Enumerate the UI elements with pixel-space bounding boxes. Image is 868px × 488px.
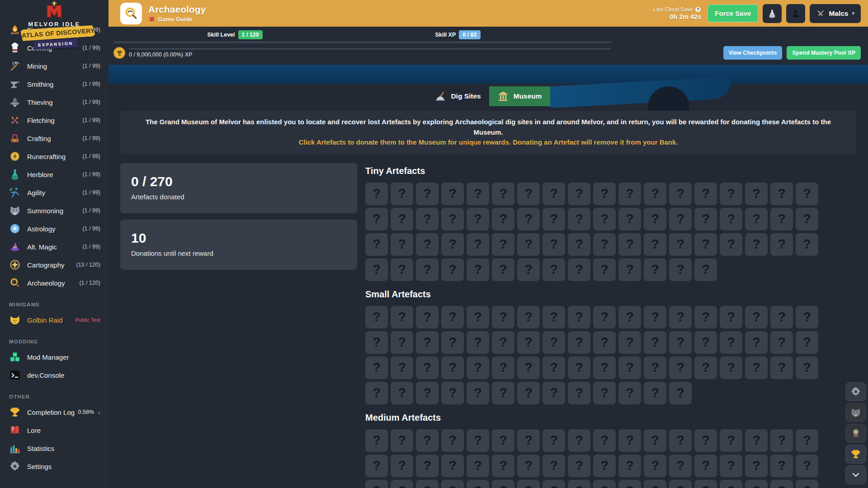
artefact-slot-unknown[interactable]: ? — [770, 429, 793, 452]
artefact-slot-unknown[interactable]: ? — [593, 233, 616, 256]
artefact-slot-unknown[interactable]: ? — [467, 183, 489, 205]
artefact-slot-unknown[interactable]: ? — [644, 233, 666, 256]
artefact-slot-unknown[interactable]: ? — [492, 208, 514, 230]
artefact-slot-unknown[interactable]: ? — [669, 208, 692, 230]
artefact-slot-unknown[interactable]: ? — [542, 208, 565, 230]
artefact-slot-unknown[interactable]: ? — [416, 331, 439, 354]
artefact-slot-unknown[interactable]: ? — [416, 183, 439, 205]
artefact-slot-unknown[interactable]: ? — [618, 331, 641, 354]
artefact-slot-unknown[interactable]: ? — [365, 357, 388, 379]
artefact-slot-unknown[interactable]: ? — [568, 258, 590, 281]
artefact-slot-unknown[interactable]: ? — [542, 429, 565, 452]
view-checkpoints-button[interactable]: View Checkpoints — [723, 46, 783, 60]
artefact-slot-unknown[interactable]: ? — [391, 357, 413, 379]
artefact-slot-unknown[interactable]: ? — [720, 429, 742, 452]
game-guide-link[interactable]: Game Guide — [148, 16, 206, 23]
artefact-slot-unknown[interactable]: ? — [441, 357, 464, 379]
artefact-slot-unknown[interactable]: ? — [694, 480, 717, 488]
artefact-slot-unknown[interactable]: ? — [391, 183, 413, 205]
artefact-slot-unknown[interactable]: ? — [542, 331, 565, 354]
artefact-slot-unknown[interactable]: ? — [593, 306, 616, 328]
force-save-button[interactable]: Force Save — [708, 5, 758, 22]
artefact-slot-unknown[interactable]: ? — [745, 480, 768, 488]
artefact-slot-unknown[interactable]: ? — [467, 208, 489, 230]
artefact-slot-unknown[interactable]: ? — [593, 455, 616, 477]
profile-button[interactable] — [786, 4, 805, 23]
artefact-slot-unknown[interactable]: ? — [391, 480, 413, 488]
artefact-slot-unknown[interactable]: ? — [644, 357, 666, 379]
artefact-slot-unknown[interactable]: ? — [770, 233, 793, 256]
artefact-slot-unknown[interactable]: ? — [593, 480, 616, 488]
artefact-slot-unknown[interactable]: ? — [618, 480, 641, 488]
artefact-slot-unknown[interactable]: ? — [720, 455, 742, 477]
artefact-slot-unknown[interactable]: ? — [365, 455, 388, 477]
artefact-slot-unknown[interactable]: ? — [492, 480, 514, 488]
artefact-slot-unknown[interactable]: ? — [694, 331, 717, 354]
artefact-slot-unknown[interactable]: ? — [770, 208, 793, 230]
artefact-slot-unknown[interactable]: ? — [568, 183, 590, 205]
sidebar-item-settings[interactable]: Settings — [0, 457, 108, 475]
help-icon[interactable] — [695, 6, 701, 13]
artefact-slot-unknown[interactable]: ? — [568, 429, 590, 452]
sidebar-item-fletching[interactable]: Fletching(1 / 99) — [0, 111, 108, 129]
artefact-slot-unknown[interactable]: ? — [441, 208, 464, 230]
artefact-slot-unknown[interactable]: ? — [618, 382, 641, 404]
account-menu-button[interactable]: Malcs ▾ — [810, 4, 861, 23]
artefact-slot-unknown[interactable]: ? — [517, 208, 540, 230]
artefact-slot-unknown[interactable]: ? — [720, 331, 742, 354]
artefact-slot-unknown[interactable]: ? — [669, 455, 692, 477]
mastery-button[interactable] — [845, 424, 866, 443]
artefact-slot-unknown[interactable]: ? — [644, 208, 666, 230]
artefact-slot-unknown[interactable]: ? — [720, 208, 742, 230]
artefact-slot-unknown[interactable]: ? — [542, 183, 565, 205]
sidebar-item-statistics[interactable]: Statistics — [0, 439, 108, 457]
sidebar-item-archaeology[interactable]: Archaeology(1 / 120) — [0, 274, 108, 292]
artefact-slot-unknown[interactable]: ? — [644, 258, 666, 281]
artefact-slot-unknown[interactable]: ? — [568, 382, 590, 404]
artefact-slot-unknown[interactable]: ? — [365, 382, 388, 404]
artefact-slot-unknown[interactable]: ? — [467, 455, 489, 477]
artefact-slot-unknown[interactable]: ? — [492, 382, 514, 404]
artefact-slot-unknown[interactable]: ? — [416, 208, 439, 230]
artefact-slot-unknown[interactable]: ? — [467, 306, 489, 328]
artefact-slot-unknown[interactable]: ? — [593, 429, 616, 452]
completion-button[interactable] — [845, 445, 866, 464]
artefact-slot-unknown[interactable]: ? — [517, 258, 540, 281]
artefact-slot-unknown[interactable]: ? — [694, 208, 717, 230]
artefact-slot-unknown[interactable]: ? — [770, 455, 793, 477]
artefact-slot-unknown[interactable]: ? — [568, 357, 590, 379]
artefact-slot-unknown[interactable]: ? — [391, 208, 413, 230]
artefact-slot-unknown[interactable]: ? — [618, 306, 641, 328]
artefact-slot-unknown[interactable]: ? — [416, 480, 439, 488]
artefact-slot-unknown[interactable]: ? — [770, 357, 793, 379]
artefact-slot-unknown[interactable]: ? — [441, 183, 464, 205]
artefact-slot-unknown[interactable]: ? — [644, 306, 666, 328]
artefact-slot-unknown[interactable]: ? — [745, 429, 768, 452]
artefact-slot-unknown[interactable]: ? — [568, 306, 590, 328]
artefact-slot-unknown[interactable]: ? — [644, 183, 666, 205]
artefact-slot-unknown[interactable]: ? — [770, 331, 793, 354]
artefact-slot-unknown[interactable]: ? — [492, 455, 514, 477]
sidebar-item-alt-magic[interactable]: Alt. Magic(1 / 99) — [0, 238, 108, 256]
sidebar-item-mod-manager[interactable]: Mod Manager — [0, 348, 108, 366]
sidebar-item-cooking[interactable]: Cooking(1 / 99) — [0, 39, 108, 57]
artefact-slot-unknown[interactable]: ? — [416, 357, 439, 379]
artefact-slot-unknown[interactable]: ? — [593, 382, 616, 404]
artefact-slot-unknown[interactable]: ? — [517, 183, 540, 205]
sidebar-item-thieving[interactable]: Thieving(1 / 99) — [0, 93, 108, 111]
artefact-slot-unknown[interactable]: ? — [517, 382, 540, 404]
artefact-slot-unknown[interactable]: ? — [416, 306, 439, 328]
artefact-slot-unknown[interactable]: ? — [416, 233, 439, 256]
artefact-slot-unknown[interactable]: ? — [669, 233, 692, 256]
artefact-slot-unknown[interactable]: ? — [492, 331, 514, 354]
sidebar-item-completion-log[interactable]: Completion Log0.58%‹ — [0, 403, 108, 421]
sidebar-item-firemaking[interactable]: Firemaking(1 / 99) — [0, 21, 108, 39]
artefact-slot-unknown[interactable]: ? — [669, 480, 692, 488]
artefact-slot-unknown[interactable]: ? — [669, 306, 692, 328]
artefact-slot-unknown[interactable]: ? — [796, 306, 818, 328]
sidebar-item-mining[interactable]: Mining(1 / 99) — [0, 57, 108, 75]
artefact-slot-unknown[interactable]: ? — [391, 331, 413, 354]
artefact-slot-unknown[interactable]: ? — [745, 306, 768, 328]
spend-mastery-pool-button[interactable]: Spend Mastery Pool XP — [787, 46, 861, 60]
artefact-slot-unknown[interactable]: ? — [441, 233, 464, 256]
